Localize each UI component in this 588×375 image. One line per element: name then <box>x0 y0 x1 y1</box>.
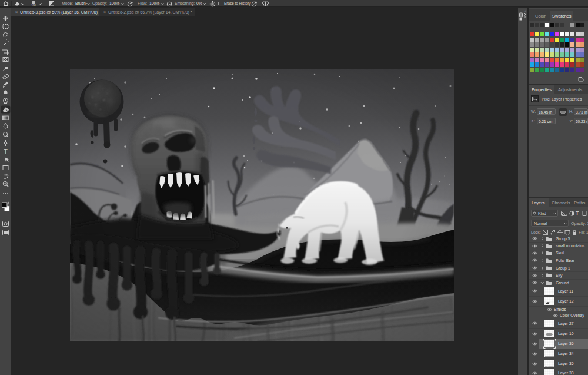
svg-text:T: T <box>4 148 8 155</box>
svg-text:100: 100 <box>31 4 36 7</box>
